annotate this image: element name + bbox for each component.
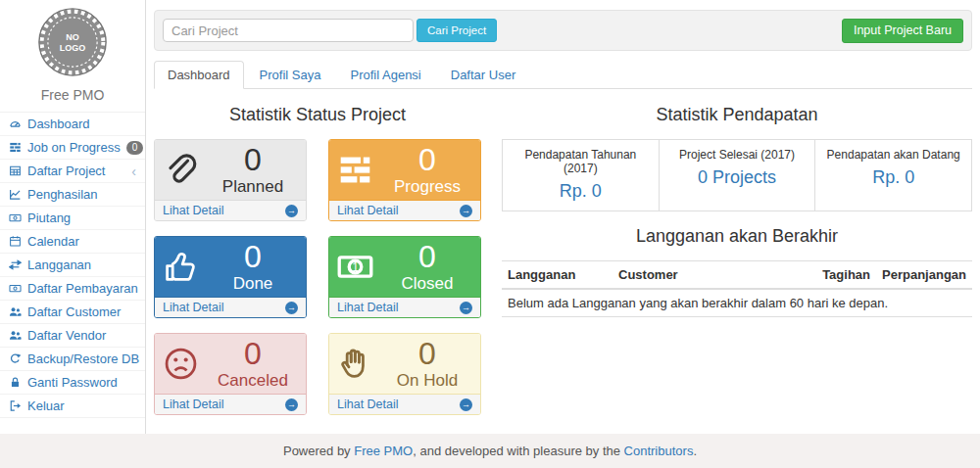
tab-bar: Dashboard Profil Saya Profil Agensi Daft… <box>154 61 972 89</box>
card-label: On Hold <box>382 371 472 391</box>
new-project-button[interactable]: Input Project Baru <box>842 19 963 43</box>
lihat-detail-link[interactable]: Lihat Detail <box>329 394 480 414</box>
sidebar-item-daftar-pembayaran[interactable]: Daftar Pembayaran <box>0 277 145 301</box>
stat-pendapatan-akan-datang: Pendapatan akan Datang Rp. 0 <box>814 140 971 211</box>
footer-text: , and developed with pleasure by the <box>413 444 623 458</box>
sidebar-item-backup-restore-db[interactable]: Backup/Restore DB <box>0 348 145 371</box>
card-body: 0 Progress <box>329 140 480 200</box>
status-card-on-hold: 0 On Hold Lihat Detail <box>328 333 481 415</box>
tasks-icon <box>337 152 382 188</box>
card-body: 0 Closed <box>329 237 480 297</box>
sidebar-item-label: Daftar Pembayaran <box>27 281 138 296</box>
sidebar-item-label: Dashboard <box>27 117 90 131</box>
free-pmo-dashboard-page: NO LOGO Free PMO Dashboard Job on Progre… <box>0 0 980 468</box>
sidebar-item-keluar[interactable]: Keluar <box>0 395 145 418</box>
arrow-circle-right-icon[interactable] <box>460 398 472 411</box>
money-icon <box>9 282 22 295</box>
sidebar-item-daftar-vendor[interactable]: Daftar Vendor <box>0 324 145 348</box>
page-footer: Powered by Free PMO, and developed with … <box>0 434 980 468</box>
footer-text: Powered by <box>283 444 354 458</box>
arrow-circle-right-icon[interactable] <box>285 302 298 314</box>
lihat-detail-text[interactable]: Lihat Detail <box>337 398 399 411</box>
arrow-circle-right-icon[interactable] <box>285 205 298 217</box>
tab-dashboard[interactable]: Dashboard <box>154 61 244 89</box>
status-cards: 0 Planned Lihat Detail <box>154 139 481 415</box>
stat-value-link[interactable]: Rp. 0 <box>819 167 967 188</box>
sidebar-item-daftar-customer[interactable]: Daftar Customer <box>0 301 145 324</box>
chart-line-icon <box>9 188 22 201</box>
sidebar-item-daftar-project[interactable]: Daftar Project <box>0 160 145 183</box>
stat-label: Pendapatan akan Datang <box>819 148 967 162</box>
lihat-detail-text[interactable]: Lihat Detail <box>163 301 224 314</box>
card-body: 0 Canceled <box>155 334 306 394</box>
money-icon <box>9 211 22 224</box>
chevron-left-icon <box>131 164 136 178</box>
search-bar: Cari Project Input Project Baru <box>154 10 972 51</box>
lihat-detail-text[interactable]: Lihat Detail <box>337 204 399 217</box>
sidebar-item-label: Backup/Restore DB <box>27 351 139 366</box>
lihat-detail-link[interactable]: Lihat Detail <box>155 200 306 220</box>
lihat-detail-text[interactable]: Lihat Detail <box>337 301 399 314</box>
contributors-link[interactable]: Contributors <box>624 444 694 458</box>
column-header-langganan: Langganan <box>502 261 612 290</box>
lihat-detail-link[interactable]: Lihat Detail <box>329 200 480 220</box>
sidebar-item-job-on-progress[interactable]: Job on Progress 0 <box>0 136 145 160</box>
users-icon <box>9 329 22 342</box>
sidebar-item-dashboard[interactable]: Dashboard <box>0 113 145 136</box>
card-label: Canceled <box>208 371 298 391</box>
sidebar-item-calendar[interactable]: Calendar <box>0 230 145 254</box>
calendar-icon <box>9 235 22 248</box>
frown-icon <box>163 346 208 382</box>
status-section-title: Statistik Status Project <box>154 105 481 125</box>
paperclip-icon <box>163 152 208 188</box>
hand-icon <box>337 346 382 382</box>
sign-out-icon <box>9 399 22 412</box>
status-card-progress: 0 Progress Lihat Detail <box>328 139 481 221</box>
search-button[interactable]: Cari Project <box>416 19 497 42</box>
sidebar-item-ganti-password[interactable]: Ganti Password <box>0 371 145 395</box>
table-icon <box>9 164 22 177</box>
banknote-icon <box>337 249 382 285</box>
sidebar-item-label: Calendar <box>27 234 79 249</box>
stat-value-link[interactable]: 0 Projects <box>663 167 811 188</box>
tab-daftar-user[interactable]: Daftar User <box>437 61 529 89</box>
arrow-circle-right-icon[interactable] <box>285 398 298 411</box>
arrow-circle-right-icon[interactable] <box>460 205 472 217</box>
lihat-detail-link[interactable]: Lihat Detail <box>155 297 306 317</box>
sidebar-item-piutang[interactable]: Piutang <box>0 207 145 230</box>
table-row: Belum ada Langganan yang akan berakhir d… <box>502 289 972 317</box>
main-content: Cari Project Input Project Baru Dashboar… <box>146 0 980 434</box>
stat-value-link[interactable]: Rp. 0 <box>507 181 655 202</box>
subscription-section-title: Langganan akan Berakhir <box>502 226 972 247</box>
no-logo-seal-icon: NO LOGO <box>37 7 108 77</box>
tab-profil-saya[interactable]: Profil Saya <box>246 61 335 89</box>
lihat-detail-link[interactable]: Lihat Detail <box>329 297 480 317</box>
card-label: Planned <box>208 177 298 197</box>
card-count: 0 <box>208 338 298 371</box>
sidebar-item-langganan[interactable]: Langganan <box>0 254 145 277</box>
card-count: 0 <box>382 241 472 274</box>
sidebar-item-label: Langganan <box>27 257 91 272</box>
arrow-circle-right-icon[interactable] <box>460 302 472 314</box>
card-body: 0 Planned <box>155 140 306 200</box>
card-count: 0 <box>208 241 298 274</box>
free-pmo-link[interactable]: Free PMO <box>354 444 413 458</box>
lihat-detail-text[interactable]: Lihat Detail <box>163 204 224 217</box>
refresh-icon <box>9 352 22 365</box>
sidebar-item-label: Penghasilan <box>27 187 98 202</box>
logo-text-line2: LOGO <box>60 43 86 53</box>
brand-name: Free PMO <box>0 87 145 103</box>
search-input[interactable] <box>163 19 414 42</box>
dashboard-icon <box>9 117 22 130</box>
lihat-detail-text[interactable]: Lihat Detail <box>163 398 224 411</box>
stat-project-selesai: Project Selesai (2017) 0 Projects <box>659 140 815 211</box>
lihat-detail-link[interactable]: Lihat Detail <box>155 394 306 414</box>
status-card-done: 0 Done Lihat Detail <box>154 236 307 318</box>
card-body: 0 Done <box>155 237 306 297</box>
logo-area: NO LOGO Free PMO <box>0 0 145 112</box>
tab-profil-agensi[interactable]: Profil Agensi <box>336 61 434 89</box>
users-icon <box>9 305 22 318</box>
sidebar: NO LOGO Free PMO Dashboard Job on Progre… <box>0 0 146 434</box>
sidebar-item-penghasilan[interactable]: Penghasilan <box>0 183 145 207</box>
status-card-planned: 0 Planned Lihat Detail <box>154 139 307 221</box>
